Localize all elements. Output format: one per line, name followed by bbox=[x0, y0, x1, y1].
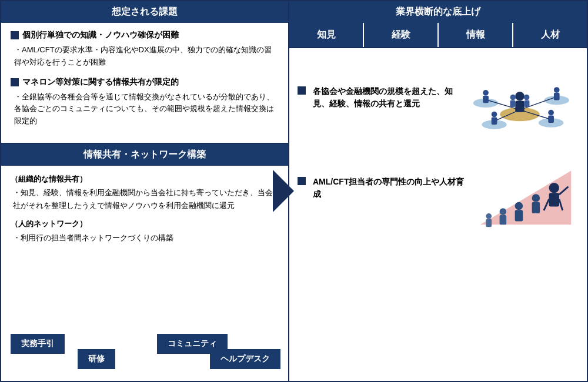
bottom-header: 情報共有・ネットワーク構築 bbox=[1, 144, 288, 166]
grid-cell-1: 経験 bbox=[364, 23, 439, 47]
svg-rect-29 bbox=[532, 202, 540, 213]
right-block-1: 各協会や金融機関の規模を超えた、知見、経験、情報の共有と還元 bbox=[298, 58, 579, 140]
btn-kenshu[interactable]: 研修 bbox=[78, 349, 115, 369]
grid-cell-3: 人材 bbox=[513, 23, 587, 47]
svg-rect-25 bbox=[549, 193, 559, 206]
svg-point-9 bbox=[515, 92, 524, 100]
svg-point-30 bbox=[515, 202, 523, 210]
svg-rect-35 bbox=[486, 219, 492, 227]
right-text-2: AML/CFT担当者の専門性の向上や人材育成 bbox=[298, 176, 467, 203]
right-content: 各協会や金融機関の規模を超えた、知見、経験、情報の共有と還元 bbox=[289, 48, 587, 381]
svg-point-15 bbox=[492, 112, 497, 118]
top-header: 想定される課題 bbox=[1, 1, 288, 23]
svg-rect-12 bbox=[483, 96, 489, 103]
svg-rect-16 bbox=[492, 117, 497, 125]
svg-rect-18 bbox=[548, 115, 554, 123]
svg-rect-14 bbox=[554, 93, 560, 100]
issue1-title: 個別行単独での知識・ノウハウ確保が困難 bbox=[11, 30, 279, 41]
right-title-1: 各協会や金融機関の規模を超えた、知見、経験、情報の共有と還元 bbox=[313, 85, 455, 110]
issue2-title: マネロン等対策に関する情報共有が限定的 bbox=[11, 77, 279, 88]
square-icon-r1 bbox=[298, 86, 306, 95]
svg-point-13 bbox=[554, 87, 560, 93]
svg-point-19 bbox=[510, 95, 516, 100]
arrow-icon bbox=[273, 170, 294, 212]
right-block-2: AML/CFT担当者の専門性の向上や人材育成 bbox=[298, 148, 579, 230]
right-header: 業界横断的な底上げ bbox=[289, 1, 587, 23]
body2: ・利用行の担当者間ネットワークづくりの構築 bbox=[11, 232, 279, 244]
svg-rect-22 bbox=[524, 100, 530, 107]
svg-point-17 bbox=[548, 110, 554, 116]
illustration-growth bbox=[473, 148, 579, 230]
btn-helpdesk[interactable]: ヘルプデスク bbox=[210, 349, 280, 369]
cat1: （組織的な情報共有） bbox=[11, 173, 279, 185]
left-top: 想定される課題 個別行単独での知識・ノウハウ確保が困難 ・AML/CFTの要求水… bbox=[1, 1, 288, 143]
svg-point-21 bbox=[524, 95, 530, 100]
square-icon-r2 bbox=[298, 177, 306, 185]
svg-rect-10 bbox=[515, 100, 524, 112]
buttons-area: 実務手引 研修 コミュニティ ヘルプデスク bbox=[1, 328, 288, 381]
svg-rect-20 bbox=[510, 100, 516, 107]
right-panel: 業界横断的な底上げ 知見 経験 情報 人材 各協会や金融機関の規模を超えた、知見… bbox=[289, 1, 587, 381]
issue1-body: ・AML/CFTの要求水準・内容進化やDX進展の中、独力での的確な知識の習得や対… bbox=[11, 44, 279, 69]
cat2: （人的ネットワーク） bbox=[11, 217, 279, 230]
grid-cell-2: 情報 bbox=[439, 23, 513, 47]
body1: ・知見、経験、情報を利用金融機関から当会社に持ち寄っていただき、当会社がそれを整… bbox=[11, 186, 279, 212]
grid-cell-0: 知見 bbox=[289, 23, 364, 47]
svg-point-34 bbox=[486, 213, 492, 219]
right-title-2: AML/CFT担当者の専門性の向上や人材育成 bbox=[313, 176, 467, 200]
svg-point-28 bbox=[532, 194, 540, 202]
left-panel: 想定される課題 個別行単独での知識・ノウハウ確保が困難 ・AML/CFTの要求水… bbox=[1, 1, 289, 381]
square-icon-1 bbox=[11, 31, 19, 39]
svg-rect-31 bbox=[515, 210, 523, 221]
illustration-network bbox=[461, 58, 579, 140]
btn-jitsumu[interactable]: 実務手引 bbox=[11, 334, 65, 354]
svg-point-24 bbox=[549, 183, 559, 193]
svg-rect-33 bbox=[500, 215, 507, 224]
right-text-1: 各協会や金融機関の規模を超えた、知見、経験、情報の共有と還元 bbox=[298, 85, 455, 112]
issue2-body: ・全銀協等の各種会合等を通じて情報交換がなされているが分散的であり、各協会ごとの… bbox=[11, 91, 279, 128]
issues-box: 個別行単独での知識・ノウハウ確保が困難 ・AML/CFTの要求水準・内容進化やD… bbox=[1, 23, 288, 143]
grid-row: 知見 経験 情報 人材 bbox=[289, 23, 587, 48]
svg-point-32 bbox=[500, 208, 507, 215]
info-content: （組織的な情報共有） ・知見、経験、情報を利用金融機関から当会社に持ち寄っていた… bbox=[1, 166, 288, 328]
left-bottom: 情報共有・ネットワーク構築 （組織的な情報共有） ・知見、経験、情報を利用金融機… bbox=[1, 144, 288, 381]
svg-point-11 bbox=[483, 90, 489, 96]
square-icon-2 bbox=[11, 78, 19, 86]
